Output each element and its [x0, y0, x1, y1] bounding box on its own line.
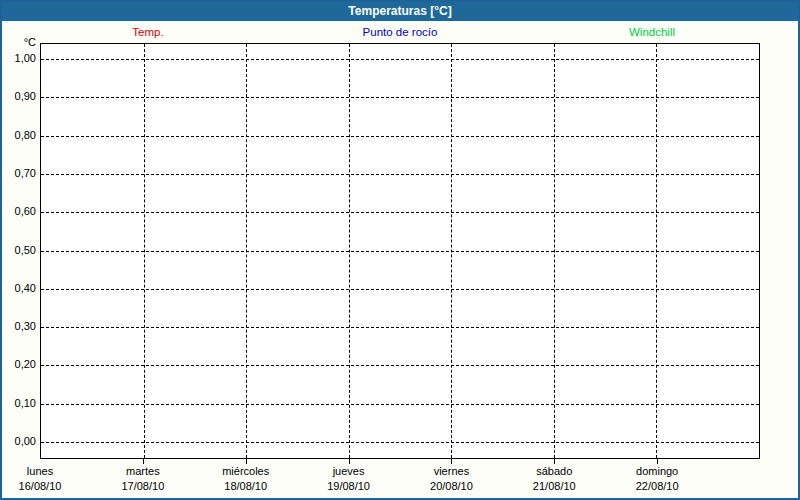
y-axis-tick-label: 0,40 [2, 282, 36, 295]
y-axis-tick-label: 0,00 [2, 435, 36, 448]
y-axis-tick-label: 0,10 [2, 397, 36, 410]
h-gridline [41, 174, 759, 175]
h-gridline [41, 97, 759, 98]
y-axis-tick-label: 0,80 [2, 129, 36, 142]
y-axis-tick-label: 0,60 [2, 205, 36, 218]
x-axis-day-label: viernes [434, 465, 469, 477]
h-gridline [41, 136, 759, 137]
x-axis-label: lunes16/08/10 [19, 464, 62, 493]
h-gridline [41, 289, 759, 290]
legend-item: Punto de rocío [363, 21, 438, 43]
x-axis-date-label: 18/08/10 [222, 479, 269, 493]
x-axis-date-label: 22/08/10 [636, 479, 679, 493]
y-axis-tick-label: 0,20 [2, 358, 36, 371]
x-axis-label: martes17/08/10 [121, 464, 164, 493]
v-gridline [349, 44, 350, 458]
x-axis-date-label: 20/08/10 [430, 479, 473, 493]
plot-area [40, 43, 760, 459]
weather-chart-window: Temperaturas [°C] Temp.Punto de rocíoWin… [0, 0, 800, 500]
h-gridline [41, 404, 759, 405]
chart-title-bar: Temperaturas [°C] [2, 2, 798, 21]
x-axis-label: jueves19/08/10 [327, 464, 370, 493]
y-axis-tick-label: 0,90 [2, 90, 36, 103]
v-gridline [656, 44, 657, 458]
x-axis-day-label: sábado [536, 465, 572, 477]
x-axis-date-label: 19/08/10 [327, 479, 370, 493]
x-axis-day-label: lunes [27, 465, 53, 477]
x-axis-label: sábado21/08/10 [533, 464, 576, 493]
x-axis-day-label: miércoles [222, 465, 269, 477]
x-axis-date-label: 21/08/10 [533, 479, 576, 493]
h-gridline [41, 327, 759, 328]
y-axis-tick-label: 0,30 [2, 320, 36, 333]
h-gridline [41, 59, 759, 60]
x-axis-label: domingo22/08/10 [636, 464, 679, 493]
x-axis-day-label: martes [126, 465, 160, 477]
x-axis-date-label: 16/08/10 [19, 479, 62, 493]
h-gridline [41, 212, 759, 213]
y-axis-tick-label: 1,00 [2, 52, 36, 65]
x-axis-label: miércoles18/08/10 [222, 464, 269, 493]
y-axis-unit-label: °C [2, 36, 36, 49]
chart-title: Temperaturas [°C] [348, 4, 451, 18]
x-axis-day-label: domingo [636, 465, 678, 477]
x-axis-labels: lunes16/08/10martes17/08/10miércoles18/0… [40, 464, 760, 496]
h-gridline [41, 442, 759, 443]
y-axis: °C 1,000,900,800,700,600,500,400,300,200… [2, 2, 36, 462]
y-axis-tick-label: 0,50 [2, 244, 36, 257]
chart-legend: Temp.Punto de rocíoWindchill [40, 21, 760, 43]
v-gridline [246, 44, 247, 458]
x-axis-day-label: jueves [333, 465, 365, 477]
legend-item: Windchill [629, 21, 675, 43]
v-gridline [451, 44, 452, 458]
v-gridline [554, 44, 555, 458]
x-axis-date-label: 17/08/10 [121, 479, 164, 493]
y-axis-tick-label: 0,70 [2, 167, 36, 180]
v-gridline [144, 44, 145, 458]
h-gridline [41, 251, 759, 252]
h-gridline [41, 365, 759, 366]
x-axis-label: viernes20/08/10 [430, 464, 473, 493]
legend-item: Temp. [132, 21, 163, 43]
